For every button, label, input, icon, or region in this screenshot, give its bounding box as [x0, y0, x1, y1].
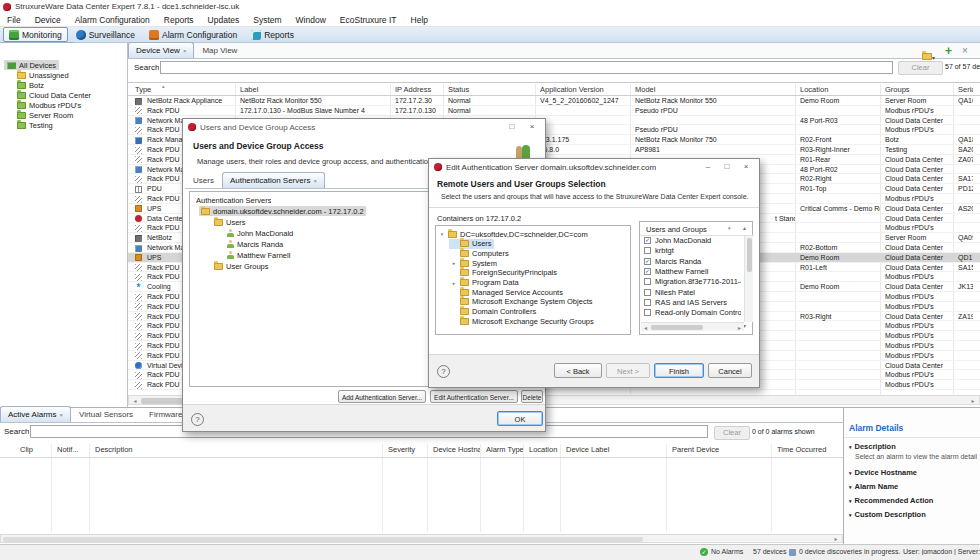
tab-map-view[interactable]: Map View [194, 42, 245, 58]
dialog2-help-icon[interactable] [437, 365, 450, 378]
menu-updates[interactable]: Updates [201, 13, 247, 27]
auth-tree-user-groups[interactable]: User Groups [212, 261, 271, 271]
auth-tree-marcis-randa[interactable]: Marcis Randa [225, 239, 285, 249]
menu-system[interactable]: System [246, 13, 288, 27]
container-tree-foreignsecurityprincipals[interactable]: ForeignSecurityPrincipals [449, 268, 559, 278]
section-collapse-icon[interactable]: ▾ [849, 498, 852, 504]
dialog2-minimize-icon[interactable] [701, 161, 715, 173]
list-scroll-up-icon[interactable] [743, 224, 746, 231]
user-item-read-only-domain-controllers[interactable]: Read-only Domain Controllers [655, 308, 741, 317]
user-item-matthew-farnell[interactable]: Matthew Farnell [655, 267, 741, 276]
list-sort-icon[interactable] [728, 225, 731, 231]
alarm-column-device-label[interactable]: Device Label [566, 444, 666, 455]
alarm-column-device-hostname[interactable]: Device Hostname [433, 444, 480, 455]
alarm-column-parent-device[interactable]: Parent Device [672, 444, 771, 455]
add-icon[interactable] [945, 44, 952, 58]
add-authentication-server-button[interactable]: Add Authentication Server... [338, 390, 426, 403]
alarm-details-section-description[interactable]: ▾Description [849, 442, 896, 451]
checkbox-read-only-domain-controllers[interactable] [644, 309, 651, 316]
container-tree-program-data[interactable]: ▸Program Data [449, 278, 521, 288]
column-header-application-version[interactable]: Application Version [540, 84, 630, 95]
alarm-column-alarm-type[interactable]: Alarm Type [486, 444, 523, 455]
dialog1-titlebar[interactable]: Users and Device Group Access [183, 119, 545, 135]
user-item-john-macdonald[interactable]: John MacDonald [655, 236, 741, 245]
edit-authentication-server-button[interactable]: Edit Authentication Server... [430, 390, 518, 403]
checkbox-krbtgt[interactable] [644, 247, 651, 254]
container-tree-microsoft-exchange-system-objects[interactable]: Microsoft Exchange System Objects [449, 297, 594, 307]
device-group-testing[interactable]: Testing [14, 120, 56, 130]
user-item-migration-8f3e7716-2011-43e4[interactable]: Migration.8f3e7716-2011-43e4- [655, 277, 741, 286]
alarm-column-time-occurred[interactable]: Time Occurred [777, 444, 835, 455]
status-discoveries[interactable]: 0 device discoveries in progress. [799, 548, 901, 555]
menu-reports[interactable]: Reports [157, 13, 201, 27]
dialog2-close-icon[interactable] [739, 161, 753, 173]
checkbox-migration-8f3e7716-2011-43e4[interactable] [644, 278, 651, 285]
list-hscrollbar[interactable] [641, 322, 744, 331]
cancel-button[interactable]: Cancel [708, 363, 752, 378]
section-collapse-icon[interactable]: ▾ [849, 512, 852, 518]
device-row[interactable]: Rack PDU172.17.0.130 - ModBus Slave Numb… [128, 106, 980, 116]
perspective-alarm-configuration[interactable]: Alarm Configuration [143, 27, 243, 42]
alarm-column-notif[interactable]: Notif... [57, 444, 89, 455]
perspective-surveillance[interactable]: Surveillance [70, 27, 141, 42]
list-vscrollbar[interactable] [744, 236, 753, 322]
tab-close-icon[interactable]: × [183, 48, 187, 54]
delete-button[interactable]: Delete [521, 390, 543, 403]
close-panel-icon[interactable] [962, 45, 968, 56]
alarm-column-severity[interactable]: Severity [388, 444, 427, 455]
device-group-cloud-data-center[interactable]: Cloud Data Center [14, 90, 94, 100]
tab-close-icon[interactable]: × [59, 412, 63, 418]
container-tree-computers[interactable]: Computers [449, 248, 511, 258]
device-group-server-room[interactable]: Server Room [14, 110, 76, 120]
dialog1-help-icon[interactable] [191, 413, 204, 426]
user-item-krbtgt[interactable]: krbtgt [655, 246, 741, 255]
status-device-count[interactable]: 57 devices [753, 548, 786, 555]
section-collapse-icon[interactable]: ▾ [849, 470, 852, 476]
device-group-botz[interactable]: Botz [14, 80, 47, 90]
checkbox-nilesh-patel[interactable] [644, 289, 651, 296]
alarms-hscrollbar[interactable] [0, 534, 843, 543]
user-item-ras-and-ias-servers[interactable]: RAS and IAS Servers [655, 298, 741, 307]
alarm-column-location[interactable]: Location [529, 444, 560, 455]
auth-tree-john-macdonald[interactable]: John MacDonald [225, 228, 295, 238]
menu-ecostruxure-it[interactable]: EcoStruxure IT [333, 13, 404, 27]
menu-window[interactable]: Window [289, 13, 333, 27]
column-header-type[interactable]: Type [135, 84, 235, 95]
tab-close-icon[interactable]: × [313, 178, 317, 184]
column-header-groups[interactable]: Groups [885, 84, 953, 95]
device-row[interactable]: NetBotz Rack ApplianceNetBotz Rack Monit… [128, 96, 980, 106]
perspective-monitoring[interactable]: Monitoring [3, 27, 68, 42]
container-tree-managed-service-accounts[interactable]: Managed Service Accounts [449, 287, 565, 297]
sort-indicator-icon[interactable] [162, 83, 165, 89]
container-tree-system[interactable]: ▸System [449, 258, 499, 268]
column-header-location[interactable]: Location [800, 84, 880, 95]
finish-button[interactable]: Finish [654, 363, 704, 378]
menu-help[interactable]: Help [404, 13, 435, 27]
checkbox-ras-and-ias-servers[interactable] [644, 299, 651, 306]
section-collapse-icon[interactable]: ▾ [849, 484, 852, 490]
menu-device[interactable]: Device [28, 13, 68, 27]
auth-tree-users[interactable]: Users [212, 217, 248, 227]
tab-active-alarms[interactable]: Active Alarms× [0, 406, 71, 422]
alarm-column-description[interactable]: Description [95, 444, 382, 455]
column-header-label[interactable]: Label [240, 84, 390, 95]
back-button[interactable]: < Back [554, 363, 602, 378]
alarm-details-section-custom-description[interactable]: ▾Custom Description [849, 510, 926, 519]
alarm-details-section-alarm-name[interactable]: ▾Alarm Name [849, 482, 898, 491]
alarm-details-section-device-hostname[interactable]: ▾Device Hostname [849, 468, 917, 477]
checkbox-john-macdonald[interactable]: ✓ [644, 237, 651, 244]
menu-file[interactable]: File [0, 13, 28, 27]
container-tree-users[interactable]: Users [449, 239, 494, 249]
column-header-model[interactable]: Model [635, 84, 795, 95]
dialog2-maximize-icon[interactable] [720, 161, 734, 173]
alarm-clear-button[interactable]: Clear [714, 426, 750, 440]
section-collapse-icon[interactable]: ▾ [849, 444, 852, 450]
auth-tree-domain-uksoftdev-schneider-com-172-17-0-2[interactable]: domain.uksoftdev.schneider.com - 172.17.… [199, 206, 366, 216]
device-search-input[interactable] [160, 61, 893, 74]
alarm-details-section-recommended-action[interactable]: ▾Recommended Action [849, 496, 933, 505]
device-group-modbus-rpdu-s[interactable]: Modbus rPDU's [14, 100, 84, 110]
dialog1-maximize-icon[interactable] [505, 121, 519, 133]
perspective-reports[interactable]: Reports [245, 27, 300, 42]
container-tree-microsoft-exchange-security-groups[interactable]: Microsoft Exchange Security Groups [449, 316, 596, 326]
tab-virtual-sensors[interactable]: Virtual Sensors [71, 406, 141, 422]
